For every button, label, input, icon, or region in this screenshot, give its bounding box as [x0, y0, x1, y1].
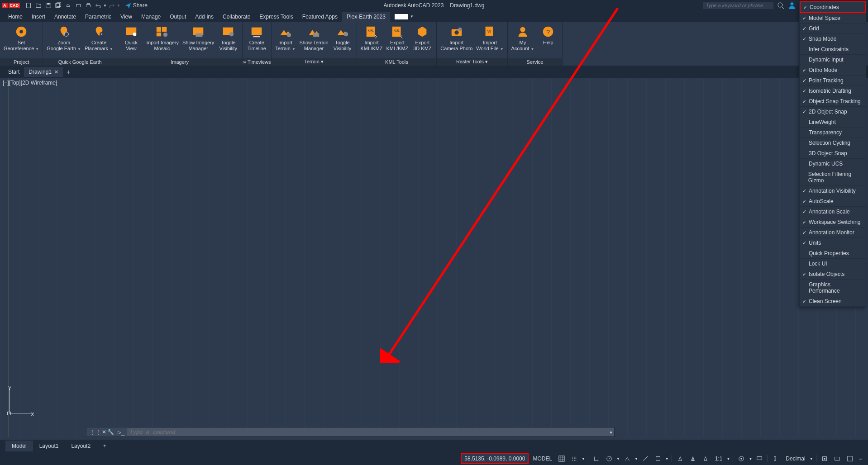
ctx-isolate-objects[interactable]: ✓Isolate Objects: [800, 269, 866, 280]
menu-view[interactable]: View: [116, 12, 137, 22]
ribbon-show-imagery-manager[interactable]: Show ImageryManager: [181, 24, 216, 52]
ctx-snap-mode[interactable]: ✓Snap Mode: [800, 34, 866, 44]
ctx-workspace-switching[interactable]: ✓Workspace Switching: [800, 217, 866, 228]
command-input[interactable]: [127, 428, 608, 436]
ribbon-my-account[interactable]: MyAccount ▼: [510, 24, 536, 52]
menu-annotate[interactable]: Annotate: [50, 12, 81, 22]
polar-icon[interactable]: [604, 454, 615, 463]
menu-manage[interactable]: Manage: [137, 12, 165, 22]
share-button[interactable]: Share: [125, 2, 148, 9]
layout-tab-layout1[interactable]: Layout1: [33, 441, 65, 451]
otrack-icon[interactable]: [640, 454, 651, 463]
ctx-annotation-monitor[interactable]: ✓Annotation Monitor: [800, 228, 866, 238]
ribbon-import-world-file[interactable]: WImportWorld File ▼: [474, 24, 505, 52]
units-label[interactable]: Decimal: [783, 454, 807, 463]
cleanscreen-icon[interactable]: [844, 454, 855, 463]
anno-scale-icon[interactable]: [700, 454, 711, 463]
ctx-infer-constraints[interactable]: Infer Constraints: [800, 44, 866, 55]
ribbon-export-3d-kmz[interactable]: Export3D KMZ: [410, 24, 434, 52]
layout-add[interactable]: +: [97, 441, 113, 451]
ribbon-import-kml-kmz[interactable]: KMLImportKML/KMZ: [359, 24, 385, 52]
menu-extra-icon[interactable]: [395, 14, 408, 19]
ribbon-import-imagery-mosaic[interactable]: Import ImageryMosaic: [143, 24, 181, 52]
cmd-close-icon[interactable]: ✕: [102, 429, 106, 435]
ribbon-create-timeline[interactable]: CreateTimeline: [244, 24, 269, 52]
osnap-icon[interactable]: [653, 454, 663, 463]
ctx-selection-filtering-gizmo[interactable]: Selection Filtering Gizmo: [800, 169, 866, 186]
model-toggle[interactable]: MODEL: [530, 454, 554, 463]
undo-icon[interactable]: [94, 1, 103, 10]
layout-tab-model[interactable]: Model: [5, 441, 33, 451]
search-input[interactable]: [703, 2, 773, 9]
view-label[interactable]: [−][Top][2D Wireframe]: [3, 80, 57, 86]
iso-icon[interactable]: [622, 454, 633, 463]
ctx-units[interactable]: ✓Units: [800, 238, 866, 248]
ribbon-set-georeference[interactable]: SetGeoreference ▼: [2, 24, 41, 52]
ctx-selection-cycling[interactable]: Selection Cycling: [800, 138, 866, 148]
ctx-clean-screen[interactable]: ✓Clean Screen: [800, 296, 866, 307]
coordinates-readout[interactable]: 58.5135, -0.0989, 0.0000: [461, 453, 529, 464]
cmd-custom-icon[interactable]: 🔧: [107, 429, 114, 435]
ribbon-import-camera-photo[interactable]: ImportCamera Photo: [439, 24, 474, 52]
tab-add[interactable]: +: [63, 68, 74, 76]
ctx-lock-ui[interactable]: Lock UI: [800, 259, 866, 269]
ctx-autoscale[interactable]: ✓AutoScale: [800, 196, 866, 207]
ctx-transparency[interactable]: Transparency: [800, 128, 866, 138]
ctx-polar-tracking[interactable]: ✓Polar Tracking: [800, 76, 866, 86]
ctx-graphics-performance[interactable]: Graphics Performance: [800, 280, 866, 296]
units-icon[interactable]: [771, 454, 782, 463]
workspace-icon[interactable]: [736, 454, 747, 463]
ctx-model-space[interactable]: ✓Model Space: [800, 13, 866, 24]
menu-featured-apps[interactable]: Featured Apps: [298, 12, 342, 22]
anno-vis-icon[interactable]: [675, 454, 686, 463]
cmd-handle-icon[interactable]: ⋮⋮: [90, 429, 101, 435]
open-icon[interactable]: [34, 1, 43, 10]
saveall-icon[interactable]: [54, 1, 63, 10]
ribbon-quick-view[interactable]: QuickView: [119, 24, 143, 52]
cmd-expand-icon[interactable]: ▲: [608, 428, 614, 436]
grid-toggle-icon[interactable]: [556, 454, 567, 463]
ctx-ortho-mode[interactable]: ✓Ortho Mode: [800, 65, 866, 76]
ctx-annotation-visibility[interactable]: ✓Annotation Visibility: [800, 186, 866, 196]
ribbon-export-kml-kmz[interactable]: KMLExportKML/KMZ: [384, 24, 410, 52]
plot-icon[interactable]: [74, 1, 83, 10]
menu-home[interactable]: Home: [4, 12, 27, 22]
print-icon[interactable]: [84, 1, 93, 10]
menu-insert[interactable]: Insert: [27, 12, 50, 22]
autoscale-icon[interactable]: [687, 454, 698, 463]
ctx-3d-object-snap[interactable]: 3D Object Snap: [800, 148, 866, 159]
menu-collaborate[interactable]: Collaborate: [218, 12, 255, 22]
ctx-2d-object-snap[interactable]: ✓2D Object Snap: [800, 107, 866, 117]
menu-add-ins[interactable]: Add-ins: [191, 12, 218, 22]
ribbon-zoom-google-earth[interactable]: ZoomGoogle Earth ▼: [45, 24, 83, 52]
search-icon[interactable]: [777, 2, 784, 9]
menu-parametric[interactable]: Parametric: [81, 12, 116, 22]
menu-express-tools[interactable]: Express Tools: [255, 12, 297, 22]
ribbon-create-placemark[interactable]: +CreatePlacemark ▼: [83, 24, 115, 52]
new-icon[interactable]: [24, 1, 33, 10]
menu-output[interactable]: Output: [165, 12, 191, 22]
ctx-lineweight[interactable]: LineWeight: [800, 117, 866, 128]
tab-drawing[interactable]: Drawing1✕: [24, 67, 63, 77]
ctx-annotation-scale[interactable]: ✓Annotation Scale: [800, 207, 866, 217]
redo-icon[interactable]: [107, 1, 116, 10]
ribbon-show-terrain-manager[interactable]: Show TerrainManager: [298, 24, 330, 52]
ctx-dynamic-ucs[interactable]: Dynamic UCS: [800, 159, 866, 169]
layout-tab-layout2[interactable]: Layout2: [65, 441, 97, 451]
customize-icon[interactable]: ≡: [857, 455, 864, 463]
menu-plex-earth-2023[interactable]: Plex-Earth 2023: [342, 12, 390, 22]
command-line[interactable]: ⋮⋮ ✕ 🔧 ▷_ ▲: [86, 427, 615, 437]
anno-monitor-icon[interactable]: [754, 454, 765, 463]
ctx-coordinates[interactable]: ✓Coordinates: [800, 1, 866, 13]
scale-label[interactable]: 1:1: [713, 454, 725, 463]
ribbon-help[interactable]: ?Help: [536, 24, 560, 47]
ctx-isometric-drafting[interactable]: ✓Isometric Drafting: [800, 86, 866, 96]
ctx-grid[interactable]: ✓Grid: [800, 24, 866, 34]
save-icon[interactable]: [44, 1, 53, 10]
user-icon[interactable]: [788, 1, 796, 9]
ortho-icon[interactable]: [591, 454, 602, 463]
ribbon-import-terrain[interactable]: ImportTerrain ▼: [273, 24, 298, 52]
close-icon[interactable]: ✕: [54, 69, 58, 75]
ribbon-toggle-visibility[interactable]: ToggleVisibility: [216, 24, 240, 52]
ribbon-toggle-visibility[interactable]: ToggleVisibility: [330, 24, 355, 52]
